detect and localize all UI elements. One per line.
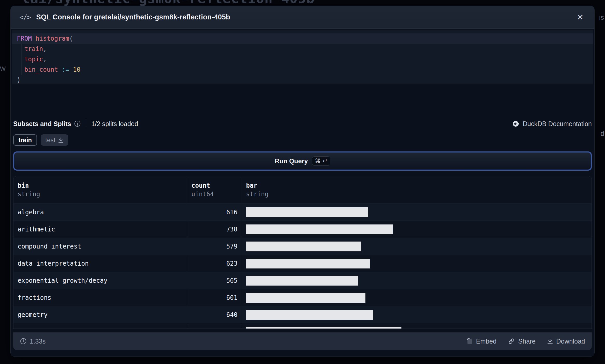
cell-bar	[242, 306, 592, 323]
cell-bar	[242, 238, 592, 255]
link-icon	[508, 338, 515, 345]
column-name: bar	[246, 181, 587, 190]
cell-count: 640	[187, 306, 242, 323]
query-duration-value: 1.33s	[30, 338, 46, 345]
clock-icon	[20, 338, 27, 345]
cell-bar	[242, 255, 592, 272]
page-background: lai/synthetic-gsm8k-reflection-405b is d…	[0, 0, 605, 364]
download-label: Download	[556, 338, 585, 345]
duckdb-logo-icon	[512, 120, 520, 127]
results-table-body: algebra616arithmetic738compound interest…	[13, 204, 592, 329]
column-type: string	[18, 190, 183, 198]
cell-bin: data interpretation	[13, 255, 187, 272]
table-row: arithmetic738	[13, 221, 592, 238]
table-row: data interpretation623	[13, 255, 592, 272]
download-icon	[58, 137, 64, 143]
info-icon[interactable]: ⓘ	[74, 120, 81, 128]
sql-console-modal: </> SQL Console for gretelai/synthetic-g…	[10, 6, 595, 357]
code-line[interactable]: FROM histogram(	[12, 33, 593, 44]
download-icon	[547, 338, 553, 345]
code-line[interactable]: bin_count := 10	[12, 64, 593, 75]
embed-button[interactable]: Embed	[467, 338, 496, 345]
code-line[interactable]: train,	[12, 44, 593, 54]
histogram-bar	[246, 224, 393, 234]
sql-editor[interactable]: FROM histogram( train, topic, bin_count …	[12, 30, 593, 84]
cell-count: 616	[187, 204, 242, 221]
download-button[interactable]: Download	[547, 338, 585, 345]
splits-loaded-status: 1/2 splits loaded	[91, 120, 138, 128]
cell-count: 601	[187, 289, 242, 306]
cell-count: 579	[187, 238, 242, 255]
histogram-bar	[246, 327, 401, 329]
cell-bin: geometry	[13, 306, 187, 323]
subsets-title: Subsets and Splits	[13, 120, 71, 128]
results-table-header: bin string count uint64 bar string	[13, 176, 592, 204]
background-text-fragment: d	[600, 129, 604, 138]
run-query-button[interactable]: Run Query ⌘↵	[13, 151, 592, 171]
histogram-bar	[246, 276, 358, 286]
cell-bar	[242, 204, 592, 221]
cell-bar	[242, 272, 592, 289]
column-type: string	[246, 190, 587, 198]
modal-title: SQL Console for gretelai/synthetic-gsm8k…	[36, 13, 230, 21]
histogram-bar	[246, 242, 361, 251]
histogram-bar	[246, 310, 373, 320]
table-row: algebra616	[13, 204, 592, 221]
histogram-bar	[246, 207, 368, 217]
column-type: uint64	[191, 190, 214, 198]
cell-bin: exponential growth/decay	[13, 272, 187, 289]
column-header-count[interactable]: count uint64	[187, 176, 242, 203]
background-text-fragment: w	[0, 64, 6, 72]
table-row: exponential growth/decay565	[13, 272, 592, 289]
close-icon[interactable]: ✕	[575, 12, 586, 23]
table-row: compound interest579	[13, 238, 592, 255]
duckdb-documentation-link[interactable]: DuckDB Documentation	[512, 120, 592, 128]
background-page-title: lai/synthetic-gsm8k-reflection-405b	[22, 0, 315, 6]
cell-bin: arithmetic	[13, 221, 187, 238]
column-name: count	[191, 181, 210, 190]
modal-header: </> SQL Console for gretelai/synthetic-g…	[11, 6, 594, 29]
cell-count: 738	[187, 221, 242, 238]
enter-key-icon: ↵	[323, 158, 327, 164]
table-row	[13, 323, 592, 329]
code-icon: </>	[19, 13, 31, 21]
table-row: fractions601	[13, 289, 592, 306]
query-duration: 1.33s	[20, 338, 46, 345]
split-chip-label: train	[18, 136, 32, 144]
histogram-bar	[246, 259, 370, 268]
code-line[interactable]: )	[12, 75, 593, 85]
split-chip-train[interactable]: train	[13, 134, 37, 146]
code-line[interactable]: topic,	[12, 54, 593, 64]
cell-bar	[242, 289, 592, 306]
cell-bar	[242, 221, 592, 238]
embed-label: Embed	[476, 338, 496, 345]
cell-count: 565	[187, 272, 242, 289]
histogram-bar	[246, 293, 365, 303]
subsets-and-splits-bar: Subsets and Splits ⓘ 1/2 splits loaded D…	[11, 118, 594, 130]
column-name: bin	[18, 181, 183, 190]
column-header-bin[interactable]: bin string	[13, 176, 187, 203]
footer-actions: Embed Share Download	[467, 338, 585, 345]
run-query-label: Run Query	[275, 157, 308, 165]
cell-bin: compound interest	[13, 238, 187, 255]
cell-bin: algebra	[13, 204, 187, 221]
results-table: bin string count uint64 bar string algeb…	[13, 176, 592, 329]
share-label: Share	[518, 338, 536, 345]
split-chip-test[interactable]: test	[41, 134, 68, 146]
table-row: geometry640	[13, 306, 592, 323]
cell-bin	[13, 323, 187, 329]
split-chip-label: test	[45, 136, 55, 144]
cell-count: 623	[187, 255, 242, 272]
share-button[interactable]: Share	[508, 338, 536, 345]
column-header-bar[interactable]: bar string	[242, 176, 592, 203]
divider	[86, 119, 86, 128]
cell-bin: fractions	[13, 289, 187, 306]
cmd-key-icon: ⌘	[315, 158, 321, 164]
cell-count	[187, 323, 242, 329]
split-chips: train test	[11, 134, 594, 146]
embed-icon	[467, 338, 473, 345]
results-footer: 1.33s Embed Share	[13, 332, 592, 350]
indent-guide	[21, 44, 22, 75]
keyboard-shortcut-badge: ⌘↵	[312, 156, 330, 166]
duckdb-documentation-label: DuckDB Documentation	[523, 120, 592, 128]
